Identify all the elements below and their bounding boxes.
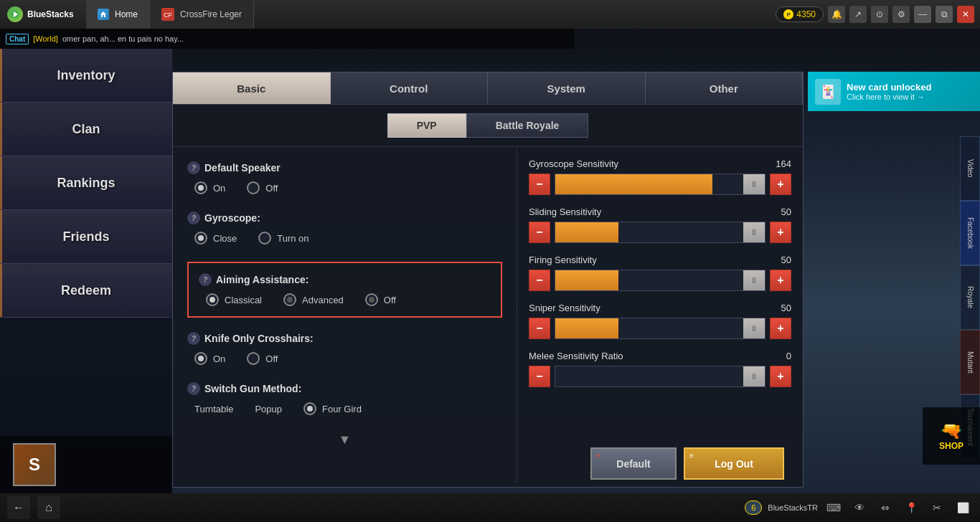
radio-knife-off[interactable]: Off (247, 352, 278, 365)
right-panel-video[interactable]: Video (960, 136, 980, 201)
settings-tabs: Basic Control System Other (173, 72, 803, 105)
maximize-button[interactable]: ⧉ (936, 6, 953, 23)
sensitivity-sliding: Sliding Sensitivity 50 − II + (529, 207, 791, 243)
slider-increase-melee[interactable]: + (770, 366, 791, 387)
shop-button[interactable]: 🔫 SHOP (923, 407, 980, 465)
notification-popup[interactable]: 🃏 New card unlocked Click here to view i… (808, 72, 980, 111)
slider-decrease-gyroscope[interactable]: − (529, 174, 550, 195)
radio-popup[interactable]: Popup (255, 402, 282, 415)
setting-gyroscope-label: Gyroscope: (204, 212, 260, 224)
setting-knife-label: Knife Only Crosshairs: (204, 333, 314, 344)
taskbar-keyboard-icon[interactable]: ⌨ (824, 498, 844, 518)
slider-decrease-sniper[interactable]: − (529, 318, 550, 339)
radio-gyroscope-close[interactable]: Close (194, 232, 237, 245)
sidebar-inventory-label: Inventory (57, 68, 115, 83)
radio-outer-four-gird (303, 402, 316, 415)
slider-increase-gyroscope[interactable]: + (770, 174, 791, 195)
title-bar-right: P 4350 🔔 ↗ ⊙ ⚙ — ⧉ ✕ (776, 6, 980, 23)
radio-label-popup: Popup (255, 404, 282, 414)
notifications-button[interactable]: 🔔 (828, 6, 845, 23)
taskbar-window-icon[interactable]: ⬜ (953, 498, 973, 518)
slider-decrease-sliding[interactable]: − (529, 222, 550, 243)
settings-button[interactable]: ⚙ (892, 6, 910, 23)
sensitivity-melee-name: Melee Sensitivity Ratio (529, 351, 623, 361)
tab-system[interactable]: System (488, 72, 646, 104)
display-button[interactable]: ⊙ (871, 6, 888, 23)
settings-dialog: Basic Control System Other PVP Battle Ro… (172, 72, 804, 488)
back-button[interactable]: ← (7, 496, 30, 519)
settings-subtabs: PVP Battle Royale (173, 105, 803, 147)
slider-track-sniper[interactable]: II (555, 318, 765, 339)
radio-label-gyroscope-close: Close (213, 233, 237, 244)
close-button[interactable]: ✕ (957, 6, 974, 23)
taskbar-resize-icon[interactable]: ⇔ (875, 498, 895, 518)
settings-content: ? Default Speaker On Off (173, 147, 803, 483)
title-bar: BlueStacks Home CF CrossFire Leger P 435… (0, 0, 980, 29)
slider-pause-sniper: II (743, 318, 765, 338)
taskbar-map-icon[interactable]: 📍 (901, 498, 921, 518)
avatar: S (13, 443, 56, 486)
radio-outer-gyroscope-turnon (258, 232, 271, 245)
sensitivity-sniper-name: Sniper Sensitivity (529, 303, 600, 313)
slider-increase-sniper[interactable]: + (770, 318, 791, 339)
sidebar-item-inventory[interactable]: Inventory (0, 49, 172, 103)
taskbar-scissors-icon[interactable]: ✂ (927, 498, 947, 518)
radio-inner-speaker-on (198, 185, 204, 191)
logout-button[interactable]: Log Out (684, 447, 784, 480)
tab-game[interactable]: CF CrossFire Leger (150, 0, 254, 29)
subtab-battle-royale[interactable]: Battle Royale (466, 113, 589, 138)
slider-track-sliding[interactable]: II (555, 222, 765, 243)
radio-gyroscope-turnon[interactable]: Turn on (258, 232, 308, 245)
slider-track-firing[interactable]: II (555, 270, 765, 291)
share-button[interactable]: ↗ (849, 6, 867, 23)
slider-fill-sliding (555, 222, 618, 242)
slider-track-gyroscope[interactable]: II (555, 174, 765, 195)
scroll-down-icon: ▼ (339, 432, 352, 447)
radio-speaker-on[interactable]: On (194, 181, 225, 194)
radio-outer-aiming-classical (206, 293, 219, 306)
sidebar-redeem-label: Redeem (61, 283, 111, 298)
radio-label-aiming-advanced: Advanced (302, 295, 344, 305)
default-button-label: Default (616, 458, 650, 470)
slider-decrease-melee[interactable]: − (529, 366, 550, 387)
chat-message: omer pan, ah... en tu pais no hay... (62, 34, 184, 43)
slider-track-melee[interactable]: II (555, 366, 765, 387)
radio-aiming-classical[interactable]: Classical (206, 293, 262, 306)
radio-aiming-advanced[interactable]: Advanced (283, 293, 344, 306)
subtab-pvp[interactable]: PVP (387, 113, 466, 138)
sensitivity-firing-value: 50 (770, 255, 791, 265)
slider-decrease-firing[interactable]: − (529, 270, 550, 291)
tab-basic[interactable]: Basic (173, 72, 331, 104)
avatar-letter: S (29, 455, 40, 475)
setting-aiming-assistance-label: Aiming Assistance: (216, 274, 308, 285)
slider-increase-firing[interactable]: + (770, 270, 791, 291)
tab-game-label: CrossFire Leger (180, 9, 242, 19)
sidebar-item-friends[interactable]: Friends (0, 210, 172, 264)
sidebar-item-rankings[interactable]: Rankings (0, 156, 172, 210)
sidebar-item-redeem[interactable]: Redeem (0, 264, 172, 318)
sidebar-item-clan[interactable]: Clan (0, 103, 172, 156)
right-panel-royale[interactable]: Royale (960, 265, 980, 330)
radio-turntable[interactable]: Turntable (194, 402, 233, 415)
minimize-button[interactable]: — (914, 6, 931, 23)
radio-inner-gyroscope-close (198, 235, 204, 241)
taskbar-eye-icon[interactable]: 👁 (849, 498, 870, 518)
sensitivity-gyroscope-name: Gyroscope Sensitivity (529, 158, 618, 169)
settings-right-panel: Gyroscope Sensitivity 164 − II + (517, 147, 803, 483)
radio-aiming-off[interactable]: Off (365, 293, 396, 306)
home-taskbar-button[interactable]: ⌂ (37, 496, 60, 519)
radio-inner-knife-on (198, 356, 204, 361)
radio-knife-on[interactable]: On (194, 352, 225, 365)
slider-row-melee: − II + (529, 366, 791, 387)
tab-home[interactable]: Home (86, 0, 150, 29)
level-badge: 6 (745, 500, 762, 515)
right-panel-mutant[interactable]: Mutant (960, 330, 980, 394)
default-button[interactable]: Default (590, 447, 677, 480)
tab-other[interactable]: Other (646, 72, 804, 104)
username-text: BlueStacksTR (768, 503, 818, 512)
tab-control[interactable]: Control (331, 72, 489, 104)
slider-increase-sliding[interactable]: + (770, 222, 791, 243)
radio-speaker-off[interactable]: Off (247, 181, 278, 194)
radio-four-gird[interactable]: Four Gird (303, 402, 362, 415)
right-panel-facebook[interactable]: Facebook (960, 201, 980, 265)
